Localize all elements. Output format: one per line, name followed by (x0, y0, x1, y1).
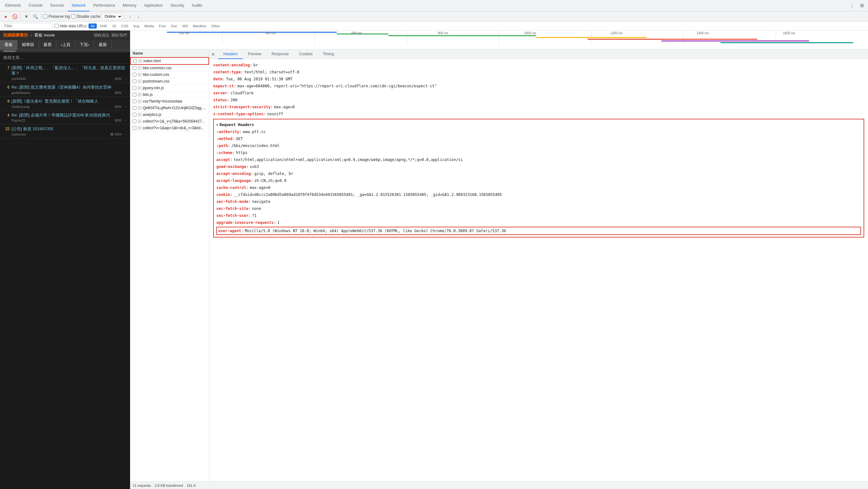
post-more-button[interactable]: ··· (124, 77, 127, 81)
file-list-item[interactable]: bbs.js (130, 91, 209, 98)
file-list-item[interactable]: collect?v=1&aip=1&t=dc&_r=3&tid... (130, 125, 209, 132)
details-tab-timing[interactable]: Timing (317, 50, 339, 59)
tab-memory[interactable]: Memory (119, 0, 140, 11)
file-name: collect?v=1&_v=j78&a=562004427&... (143, 119, 207, 123)
file-list-item[interactable]: QldKNThLqRwH-OJ1UHjlKGlZ5qg.wo... (130, 105, 209, 111)
filter-type-media[interactable]: Media (142, 24, 156, 29)
filter-type-buttons: AllXHRJSCSSImgMediaFontDocWSManifestOthe… (89, 24, 222, 29)
post-more-button[interactable]: ··· (124, 118, 127, 122)
close-details-button[interactable]: ✕ (209, 51, 217, 58)
file-type-icon (138, 79, 142, 83)
tab-elements[interactable]: Elements (1, 0, 25, 11)
ptt-nav-[interactable]: 最新 (94, 40, 112, 50)
post-more-button[interactable]: ··· (124, 91, 127, 95)
file-list-item[interactable]: pushstream.css (130, 78, 209, 85)
timeline-label: 600 ms (350, 31, 437, 35)
timeline-label: 1400 ms (695, 31, 782, 35)
header-value: max-age=0 (274, 104, 295, 110)
filter-type-all[interactable]: All (89, 24, 97, 29)
tab-console[interactable]: Console (25, 0, 46, 11)
settings-button[interactable]: ⚙ (857, 3, 867, 8)
ptt-post-item[interactable]: 9[新聞]《復仇者4》驚見關史黛西！「就在蜘蛛人chufenyang8/06··… (0, 97, 130, 111)
details-tab-response[interactable]: Response (267, 50, 294, 59)
ptt-board-name: 看板 movie (34, 32, 55, 38)
preserve-log-input[interactable] (43, 14, 47, 19)
download-button[interactable]: ↓ (135, 13, 143, 20)
request-headers-title[interactable]: ▼Request Headers (216, 121, 861, 128)
details-tab-cookies[interactable]: Cookies (294, 50, 317, 59)
file-checkbox[interactable] (133, 126, 136, 130)
preserve-log-checkbox[interactable]: Preserve log (43, 14, 70, 19)
record-button[interactable]: ● (2, 13, 9, 20)
devtools-tab-bar: Elements Console Sources Network Perform… (0, 0, 868, 11)
tab-audits[interactable]: Audits (188, 0, 206, 11)
file-list-item[interactable]: analytics.js (130, 111, 209, 118)
ptt-nav-[interactable]: ‹上頁 (57, 40, 75, 50)
details-tabs-bar: ✕ HeadersPreviewResponseCookiesTiming (209, 50, 868, 59)
ptt-post-item[interactable]: 7[新聞]「終局之戰」、「亂世佳人」、「阿凡達」誰真正票房冠軍？orz44444… (0, 63, 130, 83)
tab-security[interactable]: Security (166, 0, 188, 11)
file-checkbox[interactable] (133, 73, 136, 77)
ptt-post-item[interactable]: 4Re: [新聞] 必備片單！帝國雜誌評選30年來30部經典代Payne228/… (0, 111, 130, 125)
details-tab-preview[interactable]: Preview (243, 50, 267, 59)
hide-data-urls-checkbox[interactable]: Hide data URLs (55, 24, 87, 28)
file-checkbox[interactable] (133, 113, 136, 117)
file-list-item[interactable]: bbs-custom.css (130, 71, 209, 78)
filter-type-xhr[interactable]: XHR (97, 24, 109, 29)
clear-button[interactable]: 🚫 (11, 13, 19, 20)
file-list-item[interactable]: collect?v=1&_v=j78&a=562004427&... (130, 118, 209, 125)
hide-data-urls-input[interactable] (55, 24, 59, 28)
tab-network[interactable]: Network (68, 0, 90, 11)
filter-type-js[interactable]: JS (110, 24, 118, 29)
filter-type-manifest[interactable]: Manifest (191, 24, 209, 29)
filter-type-doc[interactable]: Doc (169, 24, 180, 29)
tab-application[interactable]: Application (140, 0, 166, 11)
ptt-nav-[interactable]: 最舊 (39, 40, 57, 50)
header-value: ?1 (252, 213, 256, 219)
ptt-nav-[interactable]: 精華區 (18, 40, 39, 50)
post-more-button[interactable]: ··· (124, 105, 127, 109)
ptt-post-item[interactable]: 6Re: [新聞] 凱文費奇透露《雷神索爾4》為何要拍女雷神godshibain… (0, 83, 130, 97)
file-list-item[interactable]: css?family=Inconsolata (130, 98, 209, 105)
tab-performance[interactable]: Performance (90, 0, 119, 11)
ptt-nav-[interactable]: 下頁› (75, 40, 94, 50)
file-checkbox[interactable] (133, 59, 137, 63)
filter-type-img[interactable]: Img (131, 24, 142, 29)
ptt-site-title[interactable]: 批踢踢實業坊 (3, 32, 28, 38)
ptt-scroll-bar[interactable] (0, 50, 130, 52)
ptt-panel: 批踢踢實業坊 › 看板 movie 聯絡資訊 關於我們 看板精華區最舊‹上頁下頁… (0, 30, 130, 489)
filter-type-other[interactable]: Other (209, 24, 222, 29)
ptt-post-item[interactable]: 22[公告] 板規 2019/07/05ckshchenM6/04··· (0, 124, 130, 139)
file-checkbox[interactable] (133, 66, 136, 70)
search-button[interactable]: 🔍 (31, 13, 39, 20)
file-checkbox[interactable] (133, 79, 136, 83)
filter-type-css[interactable]: CSS (119, 24, 131, 29)
filter-type-font[interactable]: Font (157, 24, 168, 29)
ptt-nav-[interactable]: 看板 (0, 40, 18, 50)
throttle-select[interactable]: Online (102, 13, 122, 20)
details-panel: ✕ HeadersPreviewResponseCookiesTiming co… (209, 50, 868, 481)
filter-type-ws[interactable]: WS (180, 24, 190, 29)
filter-input[interactable] (2, 23, 53, 29)
disable-cache-checkbox[interactable]: Disable cache (71, 14, 100, 19)
disable-cache-input[interactable] (71, 14, 75, 19)
post-more-button[interactable]: ··· (124, 133, 127, 136)
file-checkbox[interactable] (133, 99, 136, 103)
file-checkbox[interactable] (133, 86, 136, 90)
tab-sources[interactable]: Sources (46, 0, 68, 11)
file-checkbox[interactable] (133, 106, 136, 110)
file-list-item[interactable]: index.html (130, 57, 209, 65)
header-key: sec-fetch-mode (216, 199, 248, 204)
more-tabs-button[interactable]: ⋮ (847, 3, 857, 8)
hide-data-urls-label: Hide data URLs (60, 24, 87, 28)
upload-button[interactable]: ↑ (127, 13, 134, 20)
file-list-item[interactable]: bbs-common.css (130, 65, 209, 71)
response-header-row: strict-transport-security: max-age=0 (213, 104, 864, 111)
file-checkbox[interactable] (133, 93, 136, 96)
file-checkbox[interactable] (133, 119, 136, 123)
filter-button[interactable]: ▼ (23, 13, 30, 20)
file-list-item[interactable]: jquery.min.js (130, 85, 209, 91)
ptt-about-link[interactable]: 關於我們 (112, 33, 127, 38)
details-tab-headers[interactable]: Headers (218, 50, 243, 59)
ptt-contact-link[interactable]: 聯絡資訊 (94, 33, 109, 38)
